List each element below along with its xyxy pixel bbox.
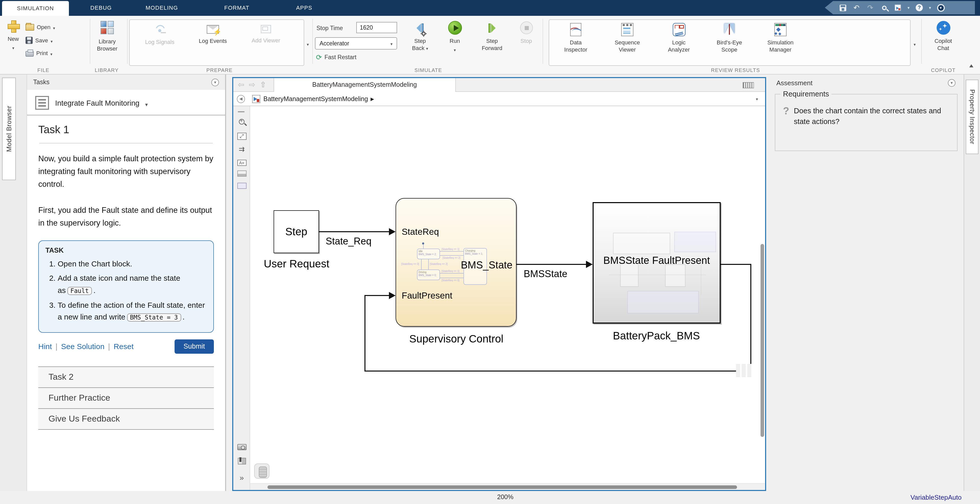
more-tools-icon[interactable]: »: [233, 473, 250, 482]
batterypack-bms-subsystem-block[interactable]: BMSState FaultPresent: [593, 202, 721, 324]
print-caret-icon: [50, 48, 52, 58]
viewmark-camera-icon[interactable]: [233, 443, 250, 452]
undo-icon[interactable]: ↶: [853, 3, 861, 12]
course-caret-icon: [145, 97, 148, 109]
feedback-wire[interactable]: [364, 295, 389, 296]
step-back-button[interactable]: Step Back: [407, 21, 433, 52]
fit-to-view-icon[interactable]: ⤢: [233, 130, 250, 140]
tab-simulation[interactable]: SIMULATION: [2, 1, 69, 16]
add-viewer-button[interactable]: Add Viewer: [242, 23, 290, 44]
signal-label-bmsstate[interactable]: BMSState: [524, 269, 567, 280]
see-solution-link[interactable]: See Solution: [61, 342, 104, 351]
model-browser-tab[interactable]: Model Browser: [2, 78, 16, 180]
stop-icon: [520, 21, 533, 34]
feedback-wire[interactable]: [364, 295, 365, 370]
feedback-wire[interactable]: [750, 264, 751, 370]
print-button[interactable]: Print: [25, 48, 52, 58]
redo-icon[interactable]: ↷: [866, 3, 874, 12]
area-box-icon[interactable]: [233, 182, 250, 191]
copilot-chat-button[interactable]: Copilot Chat: [929, 21, 958, 52]
signal-routing-icon[interactable]: ⇉: [233, 145, 250, 153]
image-annotation-icon[interactable]: [233, 169, 250, 179]
tab-apps[interactable]: APPS: [290, 0, 318, 16]
course-selector[interactable]: Integrate Fault Monitoring: [27, 90, 225, 115]
prepare-gallery: Log Signals ⚡ Log Events Add Viewer: [129, 19, 304, 66]
section-give-us-feedback[interactable]: Give Us Feedback: [38, 408, 214, 429]
breadcrumb-expand-icon[interactable]: ▶: [371, 96, 374, 101]
simulation-manager-button[interactable]: Simulation Manager: [757, 23, 804, 53]
stop-time-input[interactable]: [356, 22, 397, 33]
birds-eye-scope-button[interactable]: Bird's-Eye Scope: [706, 23, 753, 53]
step-forward-button[interactable]: Step Forward: [479, 21, 505, 52]
tasks-panel-menu-icon[interactable]: ▾: [211, 78, 219, 86]
data-inspector-button[interactable]: Data Inspector: [552, 23, 599, 53]
vertical-scrollbar[interactable]: [760, 244, 764, 437]
code-chip: Fault: [67, 287, 92, 295]
data-browser-button[interactable]: [254, 463, 269, 479]
requirements-group: Requirements ? Does the chart contain th…: [775, 94, 958, 151]
step-source-block[interactable]: Step: [274, 210, 319, 253]
breadcrumb-back-icon[interactable]: [237, 95, 245, 103]
horizontal-scrollbar-track[interactable]: [250, 483, 765, 490]
task-instructions-box: TASK Open the Chart block. Add a state i…: [38, 240, 214, 333]
save-button[interactable]: Save: [25, 36, 52, 45]
breadcrumb-caret-icon[interactable]: [756, 96, 758, 101]
navigate-up-icon[interactable]: ⇧: [260, 80, 266, 89]
solver-status[interactable]: VariableStepAuto: [911, 493, 962, 501]
logic-analyzer-button[interactable]: Logic Analyzer: [655, 23, 702, 53]
feedback-wire[interactable]: [364, 370, 751, 371]
new-button[interactable]: New: [3, 20, 24, 52]
log-signals-button[interactable]: Log Signals: [136, 23, 183, 46]
navigate-back-icon[interactable]: ⇦: [238, 80, 244, 89]
tab-debug[interactable]: DEBUG: [86, 0, 116, 16]
property-inspector-tab[interactable]: Property Inspector: [966, 79, 978, 154]
annotation-icon[interactable]: A≡: [233, 157, 250, 166]
tab-format[interactable]: FORMAT: [218, 0, 255, 16]
prepare-gallery-caret-icon[interactable]: [307, 39, 309, 48]
simulation-mode-select[interactable]: Accelerator: [315, 37, 397, 49]
palette-collapse-handle[interactable]: [238, 111, 245, 112]
model-tab[interactable]: BatteryManagementSystemModeling: [273, 78, 455, 92]
review-gallery-caret-icon[interactable]: [914, 39, 916, 48]
navigate-forward-icon[interactable]: ⇨: [249, 80, 255, 89]
help-caret-icon[interactable]: ▾: [929, 5, 931, 10]
favorites-caret-icon[interactable]: ▾: [907, 5, 910, 10]
data-inspector-icon: [570, 23, 581, 36]
course-list-icon[interactable]: [35, 96, 49, 110]
sequence-viewer-button[interactable]: Sequence Viewer: [604, 23, 651, 53]
section-task-2[interactable]: Task 2: [38, 366, 214, 387]
horizontal-scrollbar-thumb[interactable]: [267, 485, 737, 489]
section-prepare: PREPARE: [207, 67, 233, 73]
library-browser-button[interactable]: Library Browser: [92, 21, 122, 52]
fast-restart-toggle[interactable]: ⟳ Fast Restart: [316, 54, 356, 61]
run-button[interactable]: Run: [442, 21, 468, 54]
tab-modeling[interactable]: MODELING: [137, 0, 187, 16]
wire-arrowhead: [389, 228, 396, 235]
keyboard-shortcuts-icon[interactable]: [743, 82, 754, 88]
save-icon[interactable]: [838, 3, 847, 12]
help-icon[interactable]: ?: [915, 3, 923, 12]
section-further-practice[interactable]: Further Practice: [38, 387, 214, 408]
settings-icon[interactable]: ▾: [937, 3, 945, 12]
hint-link[interactable]: Hint: [38, 342, 52, 351]
task1-intro-1: Now, you build a simple fault protection…: [38, 152, 214, 191]
signal-label-state-req[interactable]: State_Req: [326, 236, 372, 247]
zoom-region-icon[interactable]: [233, 118, 250, 127]
section-file: FILE: [37, 67, 49, 73]
statechart-preview: Idle BMS_State = 2; Charging BMS_State =…: [408, 240, 493, 307]
schedule-editor-icon[interactable]: [233, 457, 250, 466]
breadcrumb-item[interactable]: BatteryManagementSystemModeling: [263, 95, 368, 102]
open-button[interactable]: Open: [25, 22, 55, 32]
open-caret-icon: [53, 22, 55, 32]
search-icon[interactable]: [880, 3, 888, 12]
add-to-favorites-icon[interactable]: [894, 3, 902, 12]
diagram-sheet[interactable]: Step User Request State_Req StateReq Fau…: [250, 106, 765, 490]
log-events-button[interactable]: ⚡ Log Events: [189, 23, 236, 45]
stop-button[interactable]: Stop: [514, 21, 539, 45]
submit-button[interactable]: Submit: [175, 339, 214, 354]
reset-link[interactable]: Reset: [114, 342, 134, 351]
assessment-menu-icon[interactable]: ▾: [948, 79, 956, 87]
signal-wire-state-req[interactable]: [319, 231, 389, 232]
feedback-wire[interactable]: [721, 264, 750, 265]
signal-wire-bmsstate[interactable]: [517, 264, 587, 265]
